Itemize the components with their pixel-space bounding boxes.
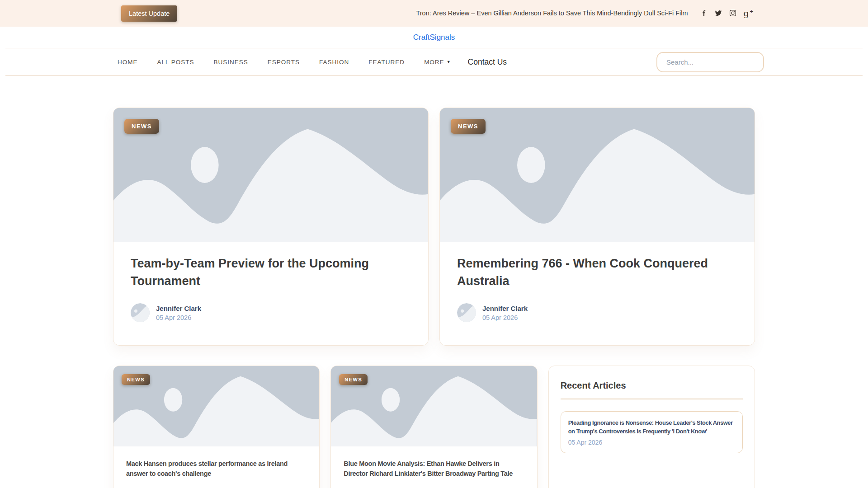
search-input[interactable] [656,52,764,72]
nav-item-esports[interactable]: ESPORTS [268,59,300,66]
post-image-placeholder: NEWS [113,366,319,446]
recent-article-date: 05 Apr 2026 [568,439,735,446]
site-header: CraftSignals [0,27,868,48]
top-bar: Latest Update Tron: Ares Review – Even G… [0,0,868,27]
nav-item-all-posts[interactable]: ALL POSTS [157,59,194,66]
secondary-post-card[interactable]: NEWS Mack Hansen produces stellar perfor… [113,366,320,488]
post-title[interactable]: Blue Moon Movie Analysis: Ethan Hawke De… [344,459,524,479]
latest-update-button[interactable]: Latest Update [121,5,177,22]
recent-articles-panel: Recent Articles Pleading Ignorance is No… [548,366,755,488]
nav-item-business[interactable]: BUSINESS [214,59,248,66]
image-placeholder-graphic [440,108,755,242]
category-badge-news[interactable]: NEWS [122,374,150,385]
author-name[interactable]: Jennifer Clark [482,305,528,312]
nav-item-featured[interactable]: FEATURED [368,59,405,66]
category-badge-news[interactable]: NEWS [339,374,368,385]
post-date: 05 Apr 2026 [482,314,528,321]
featured-post-card[interactable]: NEWS Remembering 766 - When Cook Conquer… [439,108,755,346]
nav-item-more[interactable]: MORE ▼ [424,59,451,66]
post-image-placeholder: NEWS [440,108,755,242]
site-logo[interactable]: CraftSignals [413,33,455,42]
author-avatar [457,303,476,322]
nav-item-home[interactable]: HOME [118,59,138,66]
category-badge-news[interactable]: NEWS [124,119,159,134]
author-name[interactable]: Jennifer Clark [156,305,201,312]
nav-item-contact-us[interactable]: Contact Us [468,57,507,67]
author-avatar [131,303,150,322]
post-image-placeholder: NEWS [331,366,537,446]
secondary-post-card[interactable]: NEWS Blue Moon Movie Analysis: Ethan Haw… [330,366,537,488]
featured-post-card[interactable]: NEWS Team-by-Team Preview for the Upcomi… [113,108,429,346]
category-badge-news[interactable]: NEWS [451,119,486,134]
post-title[interactable]: Mack Hansen produces stellar performance… [126,459,307,479]
nav-item-fashion[interactable]: FASHION [319,59,349,66]
facebook-icon[interactable] [700,9,708,17]
post-date: 05 Apr 2026 [156,314,201,321]
twitter-icon[interactable] [715,9,722,17]
main-nav: HOME ALL POSTS BUSINESS ESPORTS FASHION … [5,48,863,76]
post-image-placeholder: NEWS [113,108,428,242]
image-placeholder-graphic [113,108,428,242]
recent-articles-heading: Recent Articles [561,380,743,391]
post-title[interactable]: Team-by-Team Preview for the Upcoming To… [131,255,411,290]
ticker-headline[interactable]: Tron: Ares Review – Even Gillian Anderso… [416,9,688,17]
social-links: g+ [700,9,754,18]
divider [561,399,743,399]
main-content: NEWS Team-by-Team Preview for the Upcomi… [113,108,755,488]
chevron-down-icon: ▼ [447,60,451,64]
recent-article-item[interactable]: Pleading Ignorance is Nonsense: House Le… [561,411,743,453]
recent-article-title[interactable]: Pleading Ignorance is Nonsense: House Le… [568,418,735,436]
instagram-icon[interactable] [729,9,736,17]
google-plus-icon[interactable]: g+ [744,9,754,18]
nav-more-label: MORE [424,59,444,66]
post-title[interactable]: Remembering 766 - When Cook Conquered Au… [457,255,737,290]
